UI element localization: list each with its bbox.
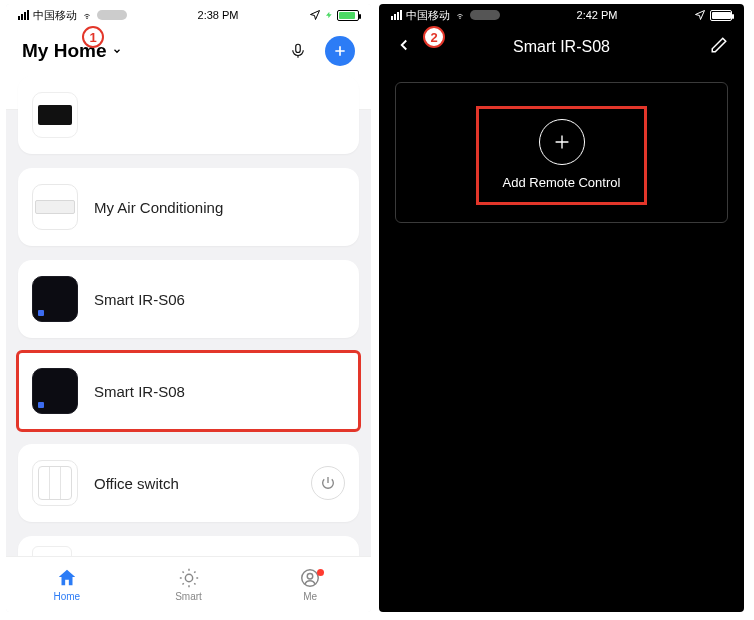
clock: 2:38 PM — [198, 9, 239, 21]
status-bar: 中国移动 2:42 PM — [379, 4, 744, 26]
wifi-icon — [81, 11, 93, 20]
home-header: My Home — [6, 26, 371, 72]
plus-circle-icon — [539, 119, 585, 165]
charging-icon — [325, 9, 333, 21]
bottom-nav: Home Smart Me — [6, 556, 371, 612]
switch-icon — [32, 460, 78, 506]
svg-point-5 — [460, 17, 461, 18]
status-bar: 中国移动 2:38 PM — [6, 4, 371, 26]
chevron-left-icon — [395, 36, 413, 54]
screen-1-home: 1 中国移动 2:38 PM My Home — [6, 4, 371, 612]
power-button[interactable] — [311, 466, 345, 500]
nav-smart[interactable]: Smart — [128, 557, 250, 612]
annotation-badge-1: 1 — [82, 26, 104, 48]
tv-icon — [32, 92, 78, 138]
signal-icon — [391, 10, 402, 20]
sun-icon — [178, 567, 200, 589]
carrier-label: 中国移动 — [33, 8, 77, 23]
nav-me[interactable]: Me — [249, 557, 371, 612]
add-remote-button[interactable]: Add Remote Control — [481, 111, 643, 200]
add-remote-panel: Add Remote Control — [395, 82, 728, 223]
device-list: My Air Conditioning Smart IR-S06 Smart I… — [6, 76, 371, 580]
plus-icon — [332, 43, 348, 59]
nav-label: Smart — [175, 591, 202, 602]
nav-home[interactable]: Home — [6, 557, 128, 612]
home-icon — [56, 567, 78, 589]
wifi-icon — [454, 11, 466, 20]
notification-dot — [317, 569, 324, 576]
ir-device-icon — [32, 368, 78, 414]
pencil-icon — [710, 36, 728, 54]
status-pill — [470, 10, 500, 20]
signal-icon — [18, 10, 29, 20]
svg-rect-1 — [296, 44, 301, 52]
power-icon — [320, 475, 336, 491]
add-device-button[interactable] — [325, 36, 355, 66]
device-card-switch[interactable]: Office switch — [18, 444, 359, 522]
battery-icon — [710, 10, 732, 21]
back-button[interactable] — [395, 36, 413, 58]
device-name: Smart IR-S08 — [94, 383, 185, 400]
page-title: Smart IR-S08 — [513, 38, 610, 56]
status-pill — [97, 10, 127, 20]
device-name: Smart IR-S06 — [94, 291, 185, 308]
edit-button[interactable] — [710, 36, 728, 58]
nav-label: Me — [303, 591, 317, 602]
device-card-ac[interactable]: My Air Conditioning — [18, 168, 359, 246]
microphone-icon[interactable] — [289, 40, 307, 62]
clock: 2:42 PM — [577, 9, 618, 21]
location-icon — [309, 9, 321, 21]
svg-point-4 — [307, 573, 313, 579]
device-card-ir08[interactable]: Smart IR-S08 — [18, 352, 359, 430]
carrier-label: 中国移动 — [406, 8, 450, 23]
home-selector[interactable]: My Home — [22, 40, 122, 62]
chevron-down-icon — [112, 46, 122, 56]
ac-icon — [32, 184, 78, 230]
device-card-ir06[interactable]: Smart IR-S06 — [18, 260, 359, 338]
device-name: My Air Conditioning — [94, 199, 223, 216]
svg-point-0 — [87, 17, 88, 18]
battery-icon — [337, 10, 359, 21]
location-icon — [694, 9, 706, 21]
add-remote-label: Add Remote Control — [503, 175, 621, 190]
svg-point-2 — [185, 574, 192, 581]
annotation-badge-2: 2 — [423, 26, 445, 48]
ir-device-icon — [32, 276, 78, 322]
screen-2-device-detail: 2 中国移动 2:42 PM Smart IR-S08 — [379, 4, 744, 612]
nav-label: Home — [53, 591, 80, 602]
device-card-tv[interactable] — [18, 76, 359, 154]
device-name: Office switch — [94, 475, 179, 492]
